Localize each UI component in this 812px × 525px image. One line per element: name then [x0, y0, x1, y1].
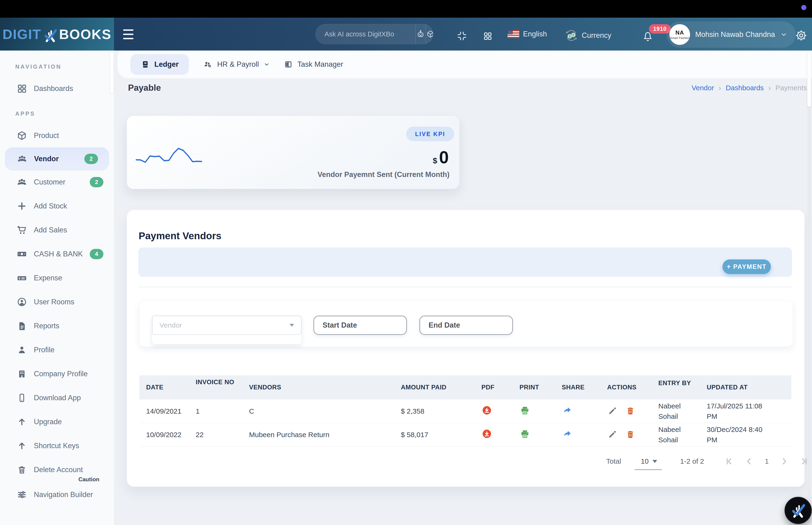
ai-package-icon[interactable]	[426, 24, 433, 44]
sidebar-section-navigation: NAVIGATION	[0, 63, 114, 70]
language-selector[interactable]: English	[507, 30, 547, 38]
live-kpi-badge: LIVE KPI	[406, 127, 454, 141]
digitx-logo-mark-icon	[43, 25, 58, 45]
sidebar-item-label: Reports	[34, 322, 59, 330]
currency-selector[interactable]: $ € Currency	[565, 29, 611, 42]
prev-page-button[interactable]	[744, 456, 754, 466]
svg-text:$: $	[19, 277, 20, 280]
next-page-button[interactable]	[779, 456, 790, 466]
current-page-number[interactable]: 1	[763, 457, 770, 465]
first-page-button[interactable]	[724, 456, 735, 466]
cell-entry-by: Nabeel Sohail	[658, 424, 707, 445]
edit-pencil-icon[interactable]	[607, 429, 618, 440]
breadcrumb-separator: ›	[768, 84, 771, 92]
breadcrumb-link-dashboards[interactable]: Dashboards	[726, 84, 764, 92]
print-icon[interactable]	[520, 429, 530, 439]
add-payment-button[interactable]: + PAYMENT	[722, 259, 771, 274]
share-icon[interactable]	[562, 405, 572, 416]
apps-grid-icon[interactable]	[483, 31, 493, 42]
customer-group-icon	[16, 177, 27, 188]
tab-label: Ledger	[154, 60, 179, 69]
kanban-board-icon	[284, 60, 293, 69]
sidebar-item-profile[interactable]: Profile	[0, 338, 114, 362]
banknote-icon	[16, 249, 27, 259]
language-label: English	[523, 30, 547, 38]
sidebar-item-expense[interactable]: $ Expense	[0, 266, 114, 290]
sidebar-item-label: Profile	[34, 346, 55, 354]
menu-toggle-button[interactable]	[123, 29, 134, 39]
page-size-select[interactable]: 10	[639, 457, 658, 465]
col-header-entry-by: ENTRY BY	[658, 379, 707, 388]
sidebar-item-reports[interactable]: Reports	[0, 314, 114, 338]
cell-amount-paid: $ 2,358	[401, 407, 481, 415]
sidebar-item-add-stock[interactable]: Add Stock	[0, 194, 114, 218]
col-header-amount-paid: AMOUNT PAID	[401, 384, 481, 391]
sidebar-item-label: User Rooms	[34, 298, 74, 306]
sidebar-item-label: Company Profile	[34, 370, 88, 378]
sidebar-item-download-app[interactable]: Download App	[0, 386, 114, 410]
sidebar-item-shortcut-keys[interactable]: Shortcut Keys	[0, 434, 114, 458]
notifications-button[interactable]: 1910	[642, 30, 654, 44]
digitx-floating-button[interactable]	[784, 497, 812, 524]
person-icon	[16, 345, 27, 355]
col-header-date: DATE	[146, 384, 196, 391]
sidebar-scrollbar[interactable]	[110, 53, 113, 93]
sidebar-item-company-profile[interactable]: Company Profile	[0, 362, 114, 386]
tab-ledger[interactable]: Ledger	[131, 54, 189, 75]
tab-task-manager[interactable]: Task Manager	[284, 60, 343, 69]
kpi-currency-symbol: $	[433, 156, 437, 165]
page-size-value: 10	[641, 457, 648, 465]
sidebar-item-user-rooms[interactable]: User Rooms	[0, 290, 114, 314]
cell-vendor: Mubeen Purchase Return	[249, 431, 401, 439]
user-menu[interactable]: NA Smart Fashion Mohsin Nawab Chandna	[667, 21, 796, 48]
delete-trash-icon[interactable]	[625, 429, 636, 440]
sidebar-item-product[interactable]: Product	[0, 124, 114, 148]
breadcrumb-link-vendor[interactable]: Vendor	[692, 84, 714, 92]
sidebar-item-navigation-builder[interactable]: Navigation Builder	[0, 483, 114, 507]
pdf-download-icon[interactable]	[481, 405, 492, 416]
sidebar-item-dashboards[interactable]: Dashboards	[0, 77, 114, 101]
breadcrumb-separator: ›	[719, 84, 721, 92]
print-icon[interactable]	[520, 405, 530, 416]
vendor-filter-select[interactable]: Vendor	[152, 316, 302, 335]
pagination-total-label: Total	[606, 457, 621, 465]
ai-robot-icon[interactable]	[415, 24, 426, 44]
cell-invoice-no: 1	[196, 407, 249, 415]
cell-entry-by: Nabeel Sohail	[658, 401, 707, 421]
start-date-input[interactable]: Start Date	[313, 316, 407, 335]
sidebar-item-vendor[interactable]: Vendor 2	[5, 148, 109, 170]
kpi-value: $ 0	[433, 149, 449, 166]
ai-search-input[interactable]	[316, 24, 415, 44]
settings-gear-icon[interactable]	[795, 29, 807, 43]
cash-bank-count-badge: 4	[90, 249, 103, 259]
ledger-book-icon	[141, 60, 150, 69]
sidebar-item-upgrade[interactable]: Upgrade	[0, 410, 114, 434]
section-title: Payment Vendors	[139, 230, 221, 242]
tab-hr-payroll[interactable]: HR & Payroll	[203, 60, 270, 69]
end-date-input[interactable]: End Date	[419, 316, 513, 335]
divider	[138, 287, 792, 287]
share-icon[interactable]	[562, 429, 572, 439]
select-caret-icon	[653, 460, 657, 463]
scrollbar-thumb[interactable]	[807, 52, 811, 107]
pdf-download-icon[interactable]	[481, 429, 492, 439]
arrow-up-icon	[16, 417, 27, 427]
arrow-up-icon	[16, 440, 27, 451]
dashboards-grid-icon	[16, 83, 27, 94]
trash-icon	[16, 464, 27, 475]
cell-amount-paid: $ 58,017	[401, 431, 481, 439]
sidebar-item-add-sales[interactable]: Add Sales	[0, 218, 114, 242]
delete-trash-icon[interactable]	[625, 405, 636, 416]
ai-search[interactable]	[315, 24, 433, 44]
avatar-initials: NA	[675, 30, 684, 35]
recording-indicator-dot	[801, 5, 806, 10]
main-scrollbar[interactable]	[807, 52, 811, 524]
exit-fullscreen-icon[interactable]	[457, 31, 467, 42]
tab-label: HR & Payroll	[217, 60, 259, 69]
vendor-placeholder: Vendor	[159, 321, 182, 329]
sidebar-item-cash-bank[interactable]: CASH & BANK 4	[0, 242, 114, 266]
sidebar-item-customer[interactable]: Customer 2	[0, 170, 114, 194]
edit-pencil-icon[interactable]	[607, 405, 618, 416]
app-logo[interactable]: DIGIT BOOKS	[0, 18, 114, 50]
sidebar-item-label: CASH & BANK	[34, 250, 83, 258]
